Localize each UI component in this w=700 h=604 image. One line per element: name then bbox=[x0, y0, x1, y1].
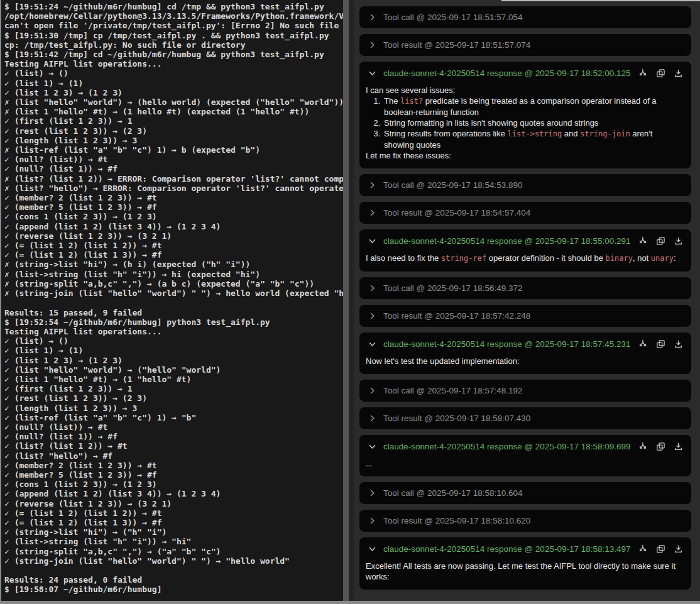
response-actions bbox=[638, 339, 683, 349]
response-actions bbox=[638, 441, 683, 451]
card-header[interactable]: Tool call @ 2025-09-17 18:58:10.604 bbox=[359, 482, 691, 504]
download-icon[interactable] bbox=[674, 69, 683, 78]
download-icon[interactable] bbox=[674, 442, 683, 451]
response-body: Excellent! All tests are now passing. Le… bbox=[359, 560, 691, 590]
download-icon[interactable] bbox=[674, 339, 683, 349]
text-run: I also need to fix the bbox=[366, 253, 441, 263]
card-header[interactable]: claude-sonnet-4-20250514 response @ 2025… bbox=[359, 435, 691, 458]
inline-code: list? bbox=[400, 97, 423, 106]
response-card: claude-sonnet-4-20250514 response @ 2025… bbox=[359, 229, 691, 272]
chevron-right-icon bbox=[368, 312, 376, 320]
text-run: String formatting in lists isn't showing… bbox=[384, 118, 598, 128]
inline-code: list->string bbox=[508, 129, 562, 138]
tool-header-label: Tool result @ 2025-09-17 18:58:10.620 bbox=[383, 516, 530, 525]
fork-icon[interactable] bbox=[638, 68, 648, 78]
card-header[interactable]: claude-sonnet-4-20250514 response @ 2025… bbox=[359, 229, 691, 252]
copy-icon[interactable] bbox=[656, 69, 665, 78]
card-header[interactable]: Tool call @ 2025-09-17 18:57:48.192 bbox=[359, 380, 691, 402]
tool-call-card: Tool call @ 2025-09-17 18:57:48.192 bbox=[359, 380, 691, 402]
response-paragraph: I can see several issues: bbox=[366, 85, 684, 96]
chevron-down-icon bbox=[368, 442, 376, 451]
tool-call-card: Tool call @ 2025-09-17 18:56:49.372 bbox=[359, 277, 691, 299]
text-run: : bbox=[674, 253, 676, 263]
tool-header-label: Tool result @ 2025-09-17 18:54:57.404 bbox=[383, 208, 530, 217]
response-card: claude-sonnet-4-20250514 response @ 2025… bbox=[359, 332, 691, 374]
tool-header-label: Tool result @ 2025-09-17 18:58:07.430 bbox=[383, 414, 530, 423]
copy-icon[interactable] bbox=[656, 236, 665, 246]
fork-icon[interactable] bbox=[638, 441, 648, 451]
card-header[interactable]: Tool result @ 2025-09-17 18:57:42.248 bbox=[359, 305, 691, 327]
response-paragraph: Let me fix these issues: bbox=[366, 150, 684, 161]
response-header-label: claude-sonnet-4-20250514 response @ 2025… bbox=[383, 236, 631, 246]
tool-result-card: Tool result @ 2025-09-17 18:54:57.404 bbox=[359, 202, 691, 224]
response-actions bbox=[638, 68, 683, 78]
response-paragraph: Excellent! All tests are now passing. Le… bbox=[366, 561, 684, 582]
chevron-down-icon bbox=[368, 545, 376, 553]
text-run: operator definition - it should be bbox=[486, 253, 605, 263]
window-bottom-border bbox=[0, 601, 700, 604]
chevron-right-icon bbox=[368, 13, 376, 21]
chevron-right-icon bbox=[368, 489, 376, 497]
copy-icon[interactable] bbox=[656, 339, 665, 349]
tool-header-label: Tool call @ 2025-09-17 18:56:49.372 bbox=[383, 283, 523, 293]
card-header[interactable]: claude-sonnet-4-20250514 response @ 2025… bbox=[359, 332, 691, 355]
conversation-pane[interactable]: Tool call @ 2025-09-17 18:51:57.054Tool … bbox=[354, 0, 700, 601]
response-card: claude-sonnet-4-20250514 response @ 2025… bbox=[359, 537, 691, 590]
app-window: $ [19:51:24 ~/github/m6r/humbug] cd /tmp… bbox=[0, 0, 700, 604]
chevron-right-icon bbox=[368, 41, 376, 49]
card-header[interactable]: claude-sonnet-4-20250514 response @ 2025… bbox=[359, 537, 691, 560]
response-header-label: claude-sonnet-4-20250514 response @ 2025… bbox=[383, 544, 631, 554]
tool-result-card: Tool result @ 2025-09-17 18:58:10.620 bbox=[359, 510, 691, 532]
card-header[interactable]: Tool call @ 2025-09-17 18:54:53.890 bbox=[359, 174, 691, 196]
terminal-scrollbar[interactable] bbox=[343, 0, 349, 601]
text-run: The bbox=[384, 96, 400, 106]
response-header-label: claude-sonnet-4-20250514 response @ 2025… bbox=[383, 339, 631, 349]
chevron-right-icon bbox=[368, 209, 376, 217]
tool-header-label: Tool call @ 2025-09-17 18:58:10.604 bbox=[383, 488, 523, 498]
tool-result-card: Tool result @ 2025-09-17 18:58:07.430 bbox=[359, 407, 691, 429]
download-icon[interactable] bbox=[674, 236, 683, 246]
card-header[interactable]: Tool call @ 2025-09-17 18:56:49.372 bbox=[359, 277, 691, 299]
response-body: ... bbox=[359, 458, 691, 476]
response-actions bbox=[638, 544, 683, 554]
tool-header-label: Tool call @ 2025-09-17 18:51:57.054 bbox=[383, 13, 523, 22]
response-paragraph: Now let's test the updated implementatio… bbox=[366, 356, 684, 366]
inline-code: binary bbox=[606, 254, 633, 263]
fork-icon[interactable] bbox=[638, 236, 648, 246]
text-run: Excellent! All tests are now passing. Le… bbox=[366, 561, 675, 581]
fork-icon[interactable] bbox=[638, 339, 648, 349]
card-header[interactable]: Tool call @ 2025-09-17 18:51:57.054 bbox=[359, 6, 691, 28]
inline-code: string-join bbox=[580, 129, 630, 138]
tool-call-card: Tool call @ 2025-09-17 18:51:57.054 bbox=[359, 6, 691, 28]
response-list-item: String formatting in lists isn't showing… bbox=[383, 118, 684, 128]
card-header[interactable]: Tool result @ 2025-09-17 18:58:10.620 bbox=[359, 510, 691, 532]
tab-top-border bbox=[501, 0, 700, 1]
response-card: claude-sonnet-4-20250514 response @ 2025… bbox=[359, 435, 691, 476]
tool-header-label: Tool call @ 2025-09-17 18:54:53.890 bbox=[383, 180, 523, 190]
download-icon[interactable] bbox=[674, 544, 683, 554]
card-header[interactable]: Tool result @ 2025-09-17 18:54:57.404 bbox=[359, 202, 691, 224]
text-run: and bbox=[562, 129, 580, 138]
response-card: claude-sonnet-4-20250514 response @ 2025… bbox=[359, 62, 691, 168]
card-header[interactable]: Tool result @ 2025-09-17 18:58:07.430 bbox=[359, 407, 691, 429]
response-numbered-list: The list? predicate is being treated as … bbox=[366, 96, 684, 150]
terminal-pane[interactable]: $ [19:51:24 ~/github/m6r/humbug] cd /tmp… bbox=[0, 0, 343, 601]
chevron-right-icon bbox=[368, 414, 376, 422]
text-run: , not bbox=[633, 253, 651, 263]
pane-divider bbox=[349, 0, 354, 601]
text-run: I can see several issues: bbox=[366, 85, 455, 95]
response-body: I also need to fix the string-ref operat… bbox=[359, 252, 691, 272]
text-run: predicate is being treated as a comparis… bbox=[384, 96, 657, 117]
response-paragraph: ... bbox=[366, 458, 684, 469]
chevron-right-icon bbox=[368, 181, 376, 189]
response-actions bbox=[638, 236, 683, 246]
text-run: String results from operations like bbox=[384, 129, 508, 138]
copy-icon[interactable] bbox=[656, 442, 665, 451]
tool-call-card: Tool call @ 2025-09-17 18:54:53.890 bbox=[359, 174, 691, 196]
fork-icon[interactable] bbox=[638, 544, 648, 554]
tool-result-card: Tool result @ 2025-09-17 18:57:42.248 bbox=[359, 305, 691, 327]
card-header[interactable]: claude-sonnet-4-20250514 response @ 2025… bbox=[359, 62, 691, 84]
card-header[interactable]: Tool result @ 2025-09-17 18:51:57.074 bbox=[359, 34, 691, 56]
response-list-item: The list? predicate is being treated as … bbox=[383, 96, 684, 118]
copy-icon[interactable] bbox=[656, 544, 665, 554]
